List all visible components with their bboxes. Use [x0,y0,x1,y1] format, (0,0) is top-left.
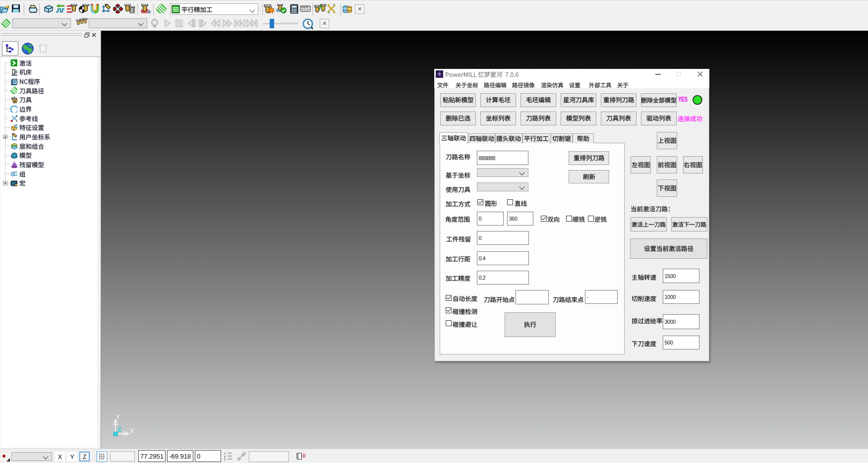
svg-text:Y: Y [116,413,120,421]
svg-text:X: X [129,427,134,435]
svg-text:z: z [224,458,226,461]
svg-text:Z: Z [117,426,121,433]
